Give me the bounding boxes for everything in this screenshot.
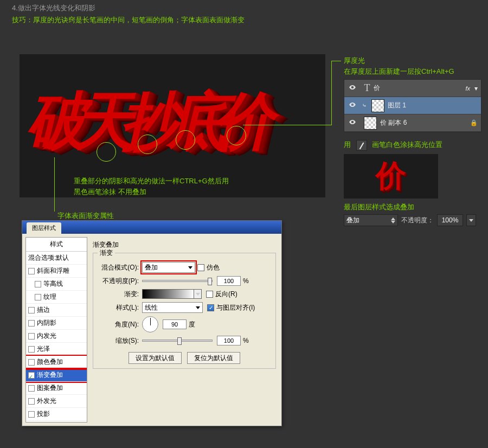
select-value: 线性 xyxy=(145,303,158,312)
layer-name: 价 xyxy=(374,84,380,93)
dither-label: 仿色 xyxy=(207,263,220,272)
layer-thumbnail[interactable] xyxy=(364,117,377,130)
annotation-gradient-prop: 字体表面渐变属性 xyxy=(57,210,114,221)
make-default-button[interactable]: 设置为默认值 xyxy=(129,352,182,364)
annotation-overlap: 重叠部分的阴影和高光的做法一样CTRL+G然后用 黑色画笔涂抹 不用叠加 xyxy=(74,176,229,197)
layer-row-copy[interactable]: 价 副本 6 🔒 xyxy=(344,114,481,132)
dialog-titlebar[interactable]: 图层样式 xyxy=(22,221,281,234)
checkbox[interactable] xyxy=(28,320,35,327)
group-title: 渐变叠加 xyxy=(93,240,276,249)
annotation-thickness-sub: 在厚度层上面新建一层按Ctrl+Alt+G xyxy=(344,66,454,77)
brush-icon xyxy=(356,140,367,151)
reverse-checkbox[interactable] xyxy=(206,291,213,298)
gradient-dropdown-button[interactable] xyxy=(194,289,202,299)
style-list: 样式 混合选项:默认 斜面和浮雕 等高线 纹理 描边 内阴影 内发光 光泽 颜色… xyxy=(25,237,87,423)
dither-checkbox[interactable] xyxy=(197,264,204,271)
style-label: 样式(L): xyxy=(98,303,139,312)
step-title: 4.做出字体光线变化和阴影 xyxy=(0,0,488,13)
layer-thumbnail[interactable] xyxy=(371,99,384,112)
opacity-dropdown-button[interactable] xyxy=(466,214,476,226)
annotation-text: 画笔白色涂抹高光位置 xyxy=(372,140,442,149)
highlight-circle-4 xyxy=(227,126,246,145)
layer-row-text[interactable]: T 价 fx ▾ xyxy=(344,80,481,97)
style-item-satin[interactable]: 光泽 xyxy=(26,343,87,356)
style-item-innerglow[interactable]: 内发光 xyxy=(26,330,87,343)
gradient-preview[interactable] xyxy=(142,289,194,299)
angle-input[interactable] xyxy=(163,319,187,329)
annotation-final-blend: 最后图层样式选成叠加 xyxy=(344,202,414,213)
checkbox[interactable] xyxy=(28,346,35,353)
checkbox[interactable] xyxy=(28,307,35,313)
clip-indicator-icon: ⤷ xyxy=(361,103,368,108)
checkbox[interactable] xyxy=(35,281,41,287)
fieldset-legend: 渐变 xyxy=(98,248,115,258)
angle-dial[interactable] xyxy=(142,316,158,332)
style-item-texture[interactable]: 纹理 xyxy=(26,291,87,304)
lock-icon[interactable]: 🔒 xyxy=(470,119,478,126)
style-item-bevel[interactable]: 斜面和浮雕 xyxy=(26,265,87,278)
blend-mode-value: 叠加 xyxy=(346,216,359,225)
opacity-input[interactable] xyxy=(217,276,241,286)
style-list-header[interactable]: 样式 xyxy=(26,238,87,252)
type-layer-icon: T xyxy=(361,82,374,94)
tip-text: 技巧：厚度的光诀窍是长笔画的中间，短笔画的倒角；字体表面表面做渐变 xyxy=(0,13,488,25)
checkbox[interactable] xyxy=(28,398,35,405)
gradient-fieldset: 渐变 混合模式(O): 叠加 仿色 不透明度(P): % 渐变: xyxy=(93,253,276,369)
align-checkbox-checked[interactable] xyxy=(207,304,214,311)
opacity-value-field[interactable]: 100% xyxy=(437,214,463,226)
style-item-label: 斜面和浮雕 xyxy=(37,266,69,276)
callout-line xyxy=(331,61,332,125)
checkbox[interactable] xyxy=(28,268,35,274)
blend-mode-select[interactable]: 叠加 xyxy=(344,214,398,226)
style-item-label: 外发光 xyxy=(37,396,56,406)
layer-name: 价 副本 6 xyxy=(380,118,407,127)
checkbox[interactable] xyxy=(28,411,35,418)
opacity-slider[interactable] xyxy=(142,280,213,282)
style-select[interactable]: 线性 xyxy=(142,302,203,313)
visibility-toggle[interactable] xyxy=(344,118,361,127)
style-item-stroke[interactable]: 描边 xyxy=(26,304,87,317)
style-item-label: 描边 xyxy=(37,305,50,315)
scale-slider[interactable] xyxy=(142,340,213,342)
reset-default-button[interactable]: 复位为默认值 xyxy=(187,352,240,364)
layer-fx-indicator[interactable]: fx xyxy=(465,85,470,92)
style-item-label: 光泽 xyxy=(37,344,50,354)
annotation-thickness-title: 厚度光 xyxy=(344,55,365,66)
checkbox[interactable] xyxy=(28,333,35,340)
select-value: 叠加 xyxy=(145,263,158,272)
style-item-coloroverlay[interactable]: 颜色叠加 xyxy=(26,356,87,369)
style-item-label: 图案叠加 xyxy=(37,383,63,393)
opacity-label: 不透明度： xyxy=(401,216,434,225)
style-item-patternoverlay[interactable]: 图案叠加 xyxy=(26,382,87,395)
checkbox-checked[interactable] xyxy=(28,372,35,379)
visibility-toggle[interactable] xyxy=(344,84,361,93)
percent-label: % xyxy=(243,337,249,344)
layer-name: 图层 1 xyxy=(388,101,406,110)
checkbox[interactable] xyxy=(35,294,41,300)
style-item-label: 渐变叠加 xyxy=(37,370,63,380)
checkbox[interactable] xyxy=(28,385,35,392)
layers-panel: T 价 fx ▾ ⤷ 图层 1 价 副本 6 🔒 xyxy=(344,79,481,132)
style-item-dropshadow[interactable]: 投影 xyxy=(26,408,87,421)
blend-options-item[interactable]: 混合选项:默认 xyxy=(26,252,87,265)
scale-input[interactable] xyxy=(217,336,241,345)
highlight-circle-3 xyxy=(176,130,195,150)
mini-red-text: 价 xyxy=(376,156,406,197)
chevron-down-icon[interactable]: ▾ xyxy=(474,85,478,92)
layer-row-layer1[interactable]: ⤷ 图层 1 xyxy=(344,97,481,114)
checkbox[interactable] xyxy=(28,359,35,366)
mini-preview: 价 xyxy=(344,154,438,199)
blendmode-select[interactable]: 叠加 xyxy=(142,262,195,273)
style-item-innershadow[interactable]: 内阴影 xyxy=(26,317,87,330)
annotation-brush: 用 画笔白色涂抹高光位置 xyxy=(344,139,442,151)
annotation-text: 用 xyxy=(344,140,351,149)
callout-line xyxy=(243,125,332,125)
angle-label: 角度(N): xyxy=(98,320,139,329)
style-item-label: 颜色叠加 xyxy=(37,357,63,367)
style-item-label: 内发光 xyxy=(37,331,56,341)
style-item-outerglow[interactable]: 外发光 xyxy=(26,395,87,408)
visibility-toggle[interactable] xyxy=(344,101,361,110)
style-item-gradoverlay[interactable]: 渐变叠加 xyxy=(26,369,87,382)
style-item-contour[interactable]: 等高线 xyxy=(26,278,87,291)
gradient-label: 渐变: xyxy=(98,290,139,299)
